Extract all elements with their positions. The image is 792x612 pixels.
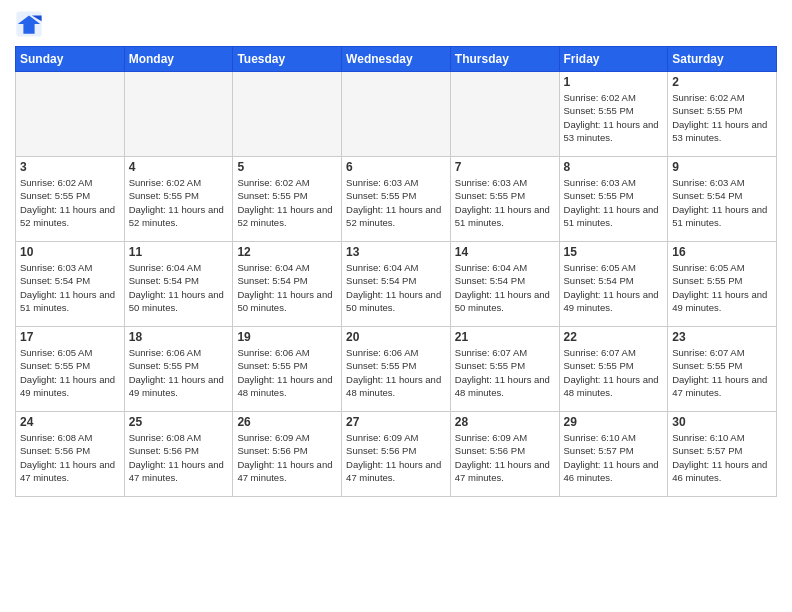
day-info: Sunrise: 6:08 AMSunset: 5:56 PMDaylight:… <box>129 431 229 484</box>
calendar-cell: 23Sunrise: 6:07 AMSunset: 5:55 PMDayligh… <box>668 327 777 412</box>
logo-icon <box>15 10 43 38</box>
day-info: Sunrise: 6:02 AMSunset: 5:55 PMDaylight:… <box>129 176 229 229</box>
day-number: 26 <box>237 415 337 429</box>
calendar-cell <box>124 72 233 157</box>
calendar-cell: 13Sunrise: 6:04 AMSunset: 5:54 PMDayligh… <box>342 242 451 327</box>
day-number: 22 <box>564 330 664 344</box>
day-number: 20 <box>346 330 446 344</box>
day-info: Sunrise: 6:07 AMSunset: 5:55 PMDaylight:… <box>672 346 772 399</box>
calendar-cell: 4Sunrise: 6:02 AMSunset: 5:55 PMDaylight… <box>124 157 233 242</box>
day-info: Sunrise: 6:09 AMSunset: 5:56 PMDaylight:… <box>346 431 446 484</box>
day-info: Sunrise: 6:06 AMSunset: 5:55 PMDaylight:… <box>237 346 337 399</box>
calendar-cell: 6Sunrise: 6:03 AMSunset: 5:55 PMDaylight… <box>342 157 451 242</box>
day-info: Sunrise: 6:10 AMSunset: 5:57 PMDaylight:… <box>672 431 772 484</box>
calendar-cell: 30Sunrise: 6:10 AMSunset: 5:57 PMDayligh… <box>668 412 777 497</box>
day-number: 12 <box>237 245 337 259</box>
calendar-week-row: 24Sunrise: 6:08 AMSunset: 5:56 PMDayligh… <box>16 412 777 497</box>
calendar-cell: 12Sunrise: 6:04 AMSunset: 5:54 PMDayligh… <box>233 242 342 327</box>
calendar-cell <box>16 72 125 157</box>
calendar-cell: 7Sunrise: 6:03 AMSunset: 5:55 PMDaylight… <box>450 157 559 242</box>
calendar: SundayMondayTuesdayWednesdayThursdayFrid… <box>15 46 777 497</box>
weekday-header: Sunday <box>16 47 125 72</box>
day-info: Sunrise: 6:07 AMSunset: 5:55 PMDaylight:… <box>564 346 664 399</box>
calendar-week-row: 1Sunrise: 6:02 AMSunset: 5:55 PMDaylight… <box>16 72 777 157</box>
day-number: 28 <box>455 415 555 429</box>
day-info: Sunrise: 6:02 AMSunset: 5:55 PMDaylight:… <box>564 91 664 144</box>
day-info: Sunrise: 6:03 AMSunset: 5:55 PMDaylight:… <box>455 176 555 229</box>
day-number: 1 <box>564 75 664 89</box>
day-number: 2 <box>672 75 772 89</box>
day-number: 10 <box>20 245 120 259</box>
day-number: 3 <box>20 160 120 174</box>
day-info: Sunrise: 6:03 AMSunset: 5:54 PMDaylight:… <box>20 261 120 314</box>
day-info: Sunrise: 6:10 AMSunset: 5:57 PMDaylight:… <box>564 431 664 484</box>
calendar-cell <box>450 72 559 157</box>
header <box>15 10 777 38</box>
day-number: 27 <box>346 415 446 429</box>
day-number: 29 <box>564 415 664 429</box>
calendar-cell: 29Sunrise: 6:10 AMSunset: 5:57 PMDayligh… <box>559 412 668 497</box>
day-number: 23 <box>672 330 772 344</box>
day-info: Sunrise: 6:06 AMSunset: 5:55 PMDaylight:… <box>129 346 229 399</box>
weekday-header: Friday <box>559 47 668 72</box>
calendar-cell: 8Sunrise: 6:03 AMSunset: 5:55 PMDaylight… <box>559 157 668 242</box>
day-info: Sunrise: 6:09 AMSunset: 5:56 PMDaylight:… <box>455 431 555 484</box>
day-number: 24 <box>20 415 120 429</box>
calendar-cell: 10Sunrise: 6:03 AMSunset: 5:54 PMDayligh… <box>16 242 125 327</box>
calendar-cell: 5Sunrise: 6:02 AMSunset: 5:55 PMDaylight… <box>233 157 342 242</box>
day-info: Sunrise: 6:04 AMSunset: 5:54 PMDaylight:… <box>129 261 229 314</box>
calendar-cell: 19Sunrise: 6:06 AMSunset: 5:55 PMDayligh… <box>233 327 342 412</box>
day-info: Sunrise: 6:09 AMSunset: 5:56 PMDaylight:… <box>237 431 337 484</box>
day-number: 30 <box>672 415 772 429</box>
calendar-cell: 22Sunrise: 6:07 AMSunset: 5:55 PMDayligh… <box>559 327 668 412</box>
day-info: Sunrise: 6:03 AMSunset: 5:54 PMDaylight:… <box>672 176 772 229</box>
day-number: 19 <box>237 330 337 344</box>
calendar-cell: 15Sunrise: 6:05 AMSunset: 5:54 PMDayligh… <box>559 242 668 327</box>
day-number: 14 <box>455 245 555 259</box>
calendar-cell: 24Sunrise: 6:08 AMSunset: 5:56 PMDayligh… <box>16 412 125 497</box>
calendar-cell: 18Sunrise: 6:06 AMSunset: 5:55 PMDayligh… <box>124 327 233 412</box>
day-number: 8 <box>564 160 664 174</box>
day-number: 11 <box>129 245 229 259</box>
day-number: 4 <box>129 160 229 174</box>
calendar-cell: 20Sunrise: 6:06 AMSunset: 5:55 PMDayligh… <box>342 327 451 412</box>
calendar-cell: 21Sunrise: 6:07 AMSunset: 5:55 PMDayligh… <box>450 327 559 412</box>
calendar-cell: 25Sunrise: 6:08 AMSunset: 5:56 PMDayligh… <box>124 412 233 497</box>
calendar-cell: 9Sunrise: 6:03 AMSunset: 5:54 PMDaylight… <box>668 157 777 242</box>
weekday-header: Saturday <box>668 47 777 72</box>
calendar-week-row: 17Sunrise: 6:05 AMSunset: 5:55 PMDayligh… <box>16 327 777 412</box>
weekday-header: Monday <box>124 47 233 72</box>
day-info: Sunrise: 6:03 AMSunset: 5:55 PMDaylight:… <box>564 176 664 229</box>
day-number: 7 <box>455 160 555 174</box>
page: SundayMondayTuesdayWednesdayThursdayFrid… <box>0 0 792 612</box>
logo <box>15 10 47 38</box>
day-info: Sunrise: 6:08 AMSunset: 5:56 PMDaylight:… <box>20 431 120 484</box>
calendar-cell: 27Sunrise: 6:09 AMSunset: 5:56 PMDayligh… <box>342 412 451 497</box>
calendar-cell: 2Sunrise: 6:02 AMSunset: 5:55 PMDaylight… <box>668 72 777 157</box>
calendar-cell: 26Sunrise: 6:09 AMSunset: 5:56 PMDayligh… <box>233 412 342 497</box>
day-number: 9 <box>672 160 772 174</box>
day-number: 18 <box>129 330 229 344</box>
day-info: Sunrise: 6:04 AMSunset: 5:54 PMDaylight:… <box>346 261 446 314</box>
day-info: Sunrise: 6:02 AMSunset: 5:55 PMDaylight:… <box>237 176 337 229</box>
day-info: Sunrise: 6:04 AMSunset: 5:54 PMDaylight:… <box>455 261 555 314</box>
day-number: 25 <box>129 415 229 429</box>
day-number: 17 <box>20 330 120 344</box>
calendar-cell: 11Sunrise: 6:04 AMSunset: 5:54 PMDayligh… <box>124 242 233 327</box>
day-info: Sunrise: 6:02 AMSunset: 5:55 PMDaylight:… <box>672 91 772 144</box>
weekday-header-row: SundayMondayTuesdayWednesdayThursdayFrid… <box>16 47 777 72</box>
day-number: 6 <box>346 160 446 174</box>
calendar-cell: 1Sunrise: 6:02 AMSunset: 5:55 PMDaylight… <box>559 72 668 157</box>
day-info: Sunrise: 6:05 AMSunset: 5:55 PMDaylight:… <box>20 346 120 399</box>
weekday-header: Thursday <box>450 47 559 72</box>
calendar-cell: 28Sunrise: 6:09 AMSunset: 5:56 PMDayligh… <box>450 412 559 497</box>
day-number: 16 <box>672 245 772 259</box>
calendar-week-row: 10Sunrise: 6:03 AMSunset: 5:54 PMDayligh… <box>16 242 777 327</box>
day-number: 5 <box>237 160 337 174</box>
day-info: Sunrise: 6:05 AMSunset: 5:55 PMDaylight:… <box>672 261 772 314</box>
calendar-cell: 16Sunrise: 6:05 AMSunset: 5:55 PMDayligh… <box>668 242 777 327</box>
day-number: 21 <box>455 330 555 344</box>
day-info: Sunrise: 6:06 AMSunset: 5:55 PMDaylight:… <box>346 346 446 399</box>
day-info: Sunrise: 6:03 AMSunset: 5:55 PMDaylight:… <box>346 176 446 229</box>
day-number: 15 <box>564 245 664 259</box>
